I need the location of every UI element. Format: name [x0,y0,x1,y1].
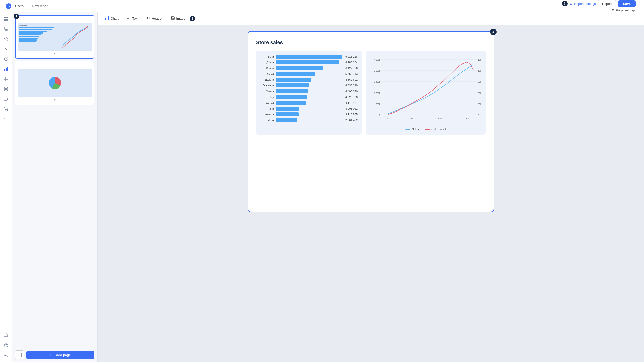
svg-text:900: 900 [478,81,481,83]
save-button[interactable]: Save [618,0,636,7]
bar-value: 3 115 565 [345,113,358,116]
svg-text:3 200k: 3 200k [374,70,381,72]
bar-label: Омега [260,90,274,93]
bar-row: Бета9 216 218 [260,55,358,59]
sidebar-item-lightning[interactable] [2,44,11,53]
bar-row: Эта3 201 021 [260,107,358,111]
page-thumb-1[interactable]: 1 ··· Store sales [15,15,94,59]
bar-label: Эпсилон [260,84,274,87]
toolbar-header-label: Header [152,17,163,20]
bar-value: 4 325 790 [345,96,358,99]
bar-track [276,66,342,70]
toolbar-text[interactable]: Text [123,15,142,22]
bar-label: Бета [260,55,274,58]
bar-value: 6 422 726 [345,67,358,70]
line-chart-legend: Sales OrderCount [370,128,481,131]
svg-rect-28 [108,16,109,20]
bar-track [276,118,342,122]
sidebar-item-layers[interactable] [2,24,11,33]
svg-point-17 [4,87,8,89]
svg-rect-27 [107,17,107,20]
svg-rect-10 [4,69,5,71]
bar-row: Гамма5 456 743 [260,72,358,76]
bar-fill [276,107,299,111]
legend-sales: Sales [405,128,419,131]
page-thumb-2[interactable]: ··· 2 [15,61,94,105]
svg-point-21 [7,110,8,111]
chart-icon [105,16,109,21]
pages-list: 1 ··· Store sales [12,12,97,348]
bar-value: 8 786 204 [345,61,358,64]
toolbar-chart-label: Chart [111,17,119,20]
sidebar-item-table[interactable] [2,74,11,83]
svg-rect-3 [4,19,6,21]
bar-fill [276,118,297,122]
bar-chart-rows: Бета9 216 218Дзета8 786 204Каппа6 422 72… [260,55,358,122]
sidebar-item-bell[interactable] [2,331,11,340]
add-page-label: + Add page [53,353,71,357]
bar-row: Альфа3 115 565 [260,112,358,116]
export-button[interactable]: Export [598,0,616,7]
svg-rect-11 [6,68,7,71]
sidebar-item-circle-check[interactable] [2,54,11,63]
step1-badge: 1 [14,14,19,19]
sidebar-item-grid[interactable] [2,14,11,23]
bar-track [276,55,342,59]
bar-track [276,83,342,87]
bar-track [276,107,342,111]
legend-ordercount: OrderCount [425,128,446,131]
add-page-button[interactable]: + + Add page [26,351,94,359]
step3-badge: 3 [562,1,568,6]
toolbar-chart[interactable]: Chart [102,15,122,22]
bar-label: Йота [260,119,274,122]
charts-row: Бета9 216 218Дзета8 786 204Каппа6 422 72… [256,51,486,135]
page-thumb-header-1: ··· [18,18,92,22]
toolbar-text-label: Text [132,17,138,20]
topbar-left: Users / … / New report [4,2,48,11]
page-preview-1: Store sales [18,23,92,51]
page-settings-label: Page settings [616,8,636,12]
svg-rect-13 [4,77,8,81]
bar-value: 9 216 218 [345,55,358,58]
bar-fill [276,95,307,99]
bar-value: 2 961 452 [345,119,358,122]
icon-sidebar [0,12,12,362]
page-number-2: 2 [18,98,92,102]
topbar: Users / … / New report 3 ⚙ Report settin… [0,0,644,12]
collapse-button[interactable]: ←| [15,350,24,359]
bar-value: 3 201 021 [345,107,358,110]
report-settings-button[interactable]: ⚙ Report settings [570,2,596,6]
page-settings-button[interactable]: ⚙ Page settings [612,8,636,12]
page-thumb-header-2: ··· [18,64,92,68]
sidebar-item-video[interactable] [2,95,11,104]
gear-icon: ⚙ [570,2,573,6]
svg-rect-12 [7,67,8,71]
svg-point-24 [5,355,7,356]
bar-fill [276,83,309,87]
toolbar-image-label: Image [176,17,185,20]
sidebar-item-star[interactable] [2,34,11,43]
report-settings-label: Report settings [574,2,596,6]
sidebar-item-cloud[interactable] [2,115,11,124]
pages-footer: ←| + + Add page [12,348,97,362]
app-logo[interactable] [4,2,13,11]
sidebar-item-settings[interactable] [2,351,11,360]
bar-track [276,95,342,99]
sidebar-item-barchart[interactable] [2,64,11,73]
bar-row: Дельта4 869 601 [260,78,358,82]
page-menu-1[interactable]: ··· [89,18,92,22]
bar-label: Дзета [260,61,274,64]
svg-marker-8 [5,47,7,51]
toolbar-image[interactable]: Image [167,15,189,22]
bar-fill [276,72,315,76]
sidebar-item-database[interactable] [2,84,11,94]
sales-legend-dot [405,129,410,130]
sidebar-item-help[interactable] [2,341,11,350]
sidebar-item-shopping[interactable] [2,105,11,114]
bar-label: Эта [260,107,274,110]
page-menu-2[interactable]: ··· [89,64,92,68]
svg-text:300: 300 [478,103,481,105]
toolbar-header[interactable]: Header [143,15,166,22]
svg-rect-1 [4,17,6,18]
sales-legend-label: Sales [412,128,419,131]
